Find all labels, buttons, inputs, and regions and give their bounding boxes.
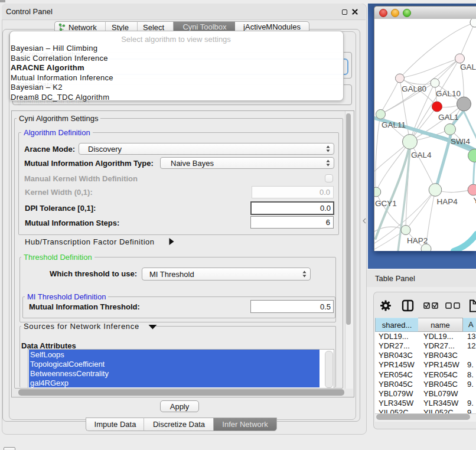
svg-text:GAL10: GAL10 xyxy=(436,89,461,98)
svg-text:GCY1: GCY1 xyxy=(375,199,397,208)
svg-text:GAL7: GAL7 xyxy=(460,63,476,71)
svg-text:HAP4: HAP4 xyxy=(437,197,458,206)
svg-text:GAL80: GAL80 xyxy=(402,84,426,93)
svg-text:SWI4: SWI4 xyxy=(451,137,470,146)
svg-text:GAL1: GAL1 xyxy=(438,113,459,122)
svg-text:HAP2: HAP2 xyxy=(407,236,428,245)
svg-text:GAL11: GAL11 xyxy=(382,120,406,129)
svg-text:Y: Y xyxy=(474,196,476,205)
svg-text:GAL4: GAL4 xyxy=(411,151,432,159)
